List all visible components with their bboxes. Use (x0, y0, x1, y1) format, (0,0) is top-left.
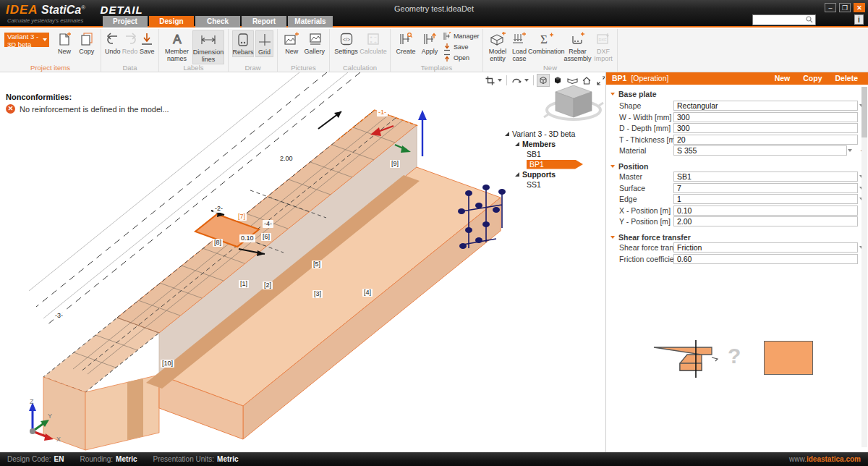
surface-select[interactable]: 7 (673, 183, 858, 193)
app-tagline: Calculate yesterday's estimates (7, 17, 83, 24)
tree-item-variant[interactable]: Variant 3 - 3D beta (505, 129, 602, 139)
website-link[interactable]: www.ideastatica.com (789, 455, 861, 463)
grid-toggle[interactable]: Grid (255, 30, 273, 57)
undo-button[interactable]: Undo (105, 30, 121, 56)
svg-text:Σ: Σ (540, 33, 548, 46)
edge-select[interactable]: 1 (673, 194, 858, 204)
triad-label-y: Y (48, 412, 52, 420)
tree-item-sb1[interactable]: SB1 (505, 149, 602, 159)
units-value: Metric (217, 455, 238, 463)
depth-input[interactable] (673, 123, 858, 133)
close-button[interactable]: ✕ (854, 3, 865, 12)
svg-text:DXF: DXF (598, 38, 607, 42)
new-load-case-button[interactable]: Load case (510, 30, 529, 63)
y-position-input[interactable] (673, 216, 858, 226)
new-rebar-assembly-button[interactable]: Rebar assembly (563, 30, 592, 63)
dimension-lines-toggle[interactable]: Dimension lines (192, 30, 224, 64)
template-open-button[interactable]: Open (443, 52, 480, 63)
info-button[interactable]: i (854, 14, 864, 25)
template-create-button[interactable]: Create (394, 30, 417, 56)
tab-project[interactable]: Project (103, 16, 148, 27)
base-plate-illustration (764, 341, 813, 375)
fullscreen-button[interactable] (595, 74, 605, 87)
tree-item-supports[interactable]: Supports (505, 169, 602, 179)
thickness-input[interactable] (673, 135, 858, 145)
material-select[interactable]: S 355 (673, 145, 847, 156)
rebars-toggle[interactable]: Rebars (232, 30, 254, 57)
copy-project-item-button[interactable]: Copy (76, 30, 97, 56)
redo-button[interactable]: Redo (122, 30, 138, 56)
calculate-button[interactable]: +−×÷ Calculate (360, 30, 386, 56)
template-apply-button[interactable]: Apply (419, 30, 441, 56)
home-view-button[interactable] (580, 74, 593, 87)
template-save-button[interactable]: Save (443, 41, 480, 52)
clipping-tool-button[interactable] (483, 74, 496, 87)
tab-design[interactable]: Design (149, 16, 194, 27)
ribbon-group-data: Undo Redo Save Data (101, 29, 159, 72)
operation-new-button[interactable]: New (775, 72, 791, 85)
member-names-toggle[interactable]: A Member names (163, 30, 191, 63)
dxf-import-button[interactable]: DXF DXF Import (593, 30, 613, 63)
panel-scrollbar[interactable] (861, 87, 867, 447)
search-input[interactable] (752, 14, 816, 25)
new-picture-button[interactable]: New (281, 30, 302, 56)
clipping-tool-dropdown[interactable] (498, 74, 503, 87)
friction-coefficient-input[interactable] (673, 254, 858, 264)
tab-report[interactable]: Report (242, 16, 286, 27)
calculator-icon: +−×÷ (366, 30, 380, 48)
tree-item-ss1[interactable]: SS1 (505, 179, 602, 190)
tab-check[interactable]: Check (195, 16, 240, 27)
chevron-down-icon (848, 149, 852, 152)
section-view-button[interactable] (566, 74, 579, 87)
tree-item-bp1-selected[interactable]: BP1 (505, 159, 602, 169)
variant-selector[interactable]: Variant 3 - 3D beta (4, 33, 49, 47)
toolbar-separator (533, 75, 534, 85)
orbit-tool-dropdown[interactable] (524, 74, 530, 87)
surface-label-2: [2] (263, 281, 273, 289)
scrollbar-thumb[interactable] (861, 87, 867, 137)
new-model-entity-button[interactable]: Model entity (487, 30, 509, 63)
minimize-button[interactable]: – (825, 3, 836, 12)
gallery-button[interactable]: Gallery (304, 30, 326, 56)
expander-icon[interactable] (515, 172, 519, 177)
model-viewport[interactable]: Nonconformities: ✕ No reinforcement is d… (0, 72, 605, 452)
navigation-cube[interactable] (544, 85, 603, 119)
undo-icon (106, 30, 120, 48)
x-position-input[interactable] (673, 206, 858, 216)
template-manager-button[interactable]: Manager (443, 30, 480, 41)
settings-button[interactable]: </> Settings (333, 30, 359, 56)
group-label-pictures: Pictures (278, 64, 329, 72)
section-base-plate[interactable]: Base plate (610, 88, 657, 99)
new-combination-button[interactable]: Σ Combination (530, 30, 562, 56)
rebar-section-icon (237, 31, 250, 48)
svg-text:A: A (173, 33, 182, 46)
template-apply-icon (422, 30, 437, 48)
ribbon-group-templates: Create Apply Manager Save Open Templates (391, 29, 483, 72)
expander-icon[interactable] (505, 132, 509, 136)
dimension-arrowhead (334, 111, 341, 118)
picture-plus-icon (284, 30, 299, 48)
section-position[interactable]: Position (610, 161, 648, 171)
svg-text:+: + (370, 35, 373, 39)
maximize-button[interactable]: ❐ (839, 3, 851, 12)
wireframe-view-button[interactable] (537, 74, 550, 87)
row-y-position: Y - Position [m] (606, 216, 868, 228)
section-shear-force-transfer[interactable]: Shear force transfer (610, 232, 691, 242)
shear-transfer-select[interactable]: Friction (673, 242, 858, 253)
nonconformities-message[interactable]: No reinforcement is defined in the model… (20, 105, 169, 114)
expander-icon[interactable] (515, 142, 519, 146)
operation-copy-button[interactable]: Copy (803, 72, 822, 85)
width-input[interactable] (673, 112, 858, 122)
orbit-tool-button[interactable] (510, 74, 523, 87)
operation-delete-button[interactable]: Delete (835, 72, 858, 85)
solid-view-button[interactable] (551, 74, 564, 87)
master-select[interactable]: SB1 (673, 171, 858, 182)
tab-materials[interactable]: Materials (288, 16, 333, 27)
tree-item-members[interactable]: Members (505, 139, 602, 149)
new-project-item-button[interactable]: New (54, 30, 75, 56)
triad-label-x: X (56, 436, 61, 443)
save-button[interactable]: Save (139, 30, 155, 56)
shape-select[interactable]: Rectangular (673, 101, 858, 111)
left-block-front-face (85, 375, 159, 450)
surface-label-4: [4] (362, 289, 373, 297)
